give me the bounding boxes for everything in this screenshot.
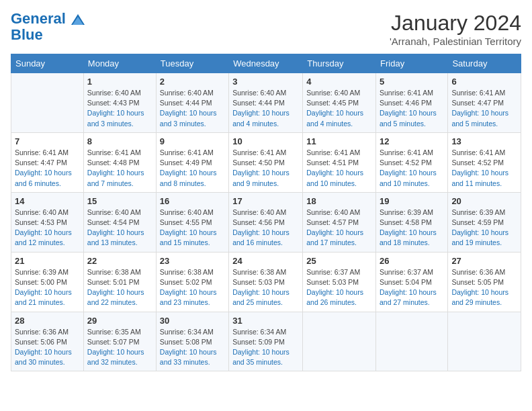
day-number: 11	[306, 136, 372, 146]
calendar-table: Sunday Monday Tuesday Wednesday Thursday…	[11, 54, 521, 371]
day-number: 6	[451, 77, 517, 87]
calendar-week-row: 7 Sunrise: 6:41 AM Sunset: 4:47 PM Dayli…	[11, 132, 521, 192]
daylight-text: Daylight: 10 hours and 27 minutes.	[380, 287, 444, 308]
day-number: 19	[380, 196, 444, 206]
day-number: 28	[15, 316, 80, 326]
daylight-text: Daylight: 10 hours and 23 minutes.	[160, 287, 225, 308]
table-row: 11 Sunrise: 6:41 AM Sunset: 4:51 PM Dayl…	[303, 132, 376, 192]
col-saturday: Saturday	[448, 54, 521, 73]
col-thursday: Thursday	[303, 54, 376, 73]
day-info: Sunrise: 6:39 AM Sunset: 4:58 PM Dayligh…	[380, 208, 444, 248]
table-row: 14 Sunrise: 6:40 AM Sunset: 4:53 PM Dayl…	[11, 192, 84, 252]
daylight-text: Daylight: 10 hours and 26 minutes.	[306, 287, 372, 308]
table-row: 10 Sunrise: 6:41 AM Sunset: 4:50 PM Dayl…	[229, 132, 303, 192]
sunrise-text: Sunrise: 6:37 AM	[380, 267, 444, 277]
daylight-text: Daylight: 10 hours and 21 minutes.	[15, 287, 80, 308]
sunrise-text: Sunrise: 6:40 AM	[306, 208, 372, 218]
sunrise-text: Sunrise: 6:38 AM	[232, 267, 299, 277]
day-info: Sunrise: 6:35 AM Sunset: 5:07 PM Dayligh…	[87, 327, 152, 368]
sunrise-text: Sunrise: 6:41 AM	[232, 148, 299, 158]
daylight-text: Daylight: 10 hours and 32 minutes.	[87, 347, 152, 367]
day-info: Sunrise: 6:41 AM Sunset: 4:52 PM Dayligh…	[380, 148, 444, 189]
table-row: 3 Sunrise: 6:40 AM Sunset: 4:44 PM Dayli…	[229, 73, 303, 133]
day-number: 18	[306, 196, 372, 206]
sunrise-text: Sunrise: 6:41 AM	[306, 148, 372, 158]
day-info: Sunrise: 6:38 AM Sunset: 5:01 PM Dayligh…	[87, 267, 152, 308]
table-row: 26 Sunrise: 6:37 AM Sunset: 5:04 PM Dayl…	[376, 252, 448, 312]
sunset-text: Sunset: 4:44 PM	[160, 98, 225, 108]
sunrise-text: Sunrise: 6:40 AM	[160, 208, 225, 218]
day-number: 2	[160, 77, 225, 87]
sunset-text: Sunset: 4:58 PM	[380, 218, 444, 228]
day-info: Sunrise: 6:41 AM Sunset: 4:47 PM Dayligh…	[15, 148, 80, 189]
logo-text-blue: Blue	[11, 27, 43, 43]
day-number: 20	[451, 196, 517, 206]
sunset-text: Sunset: 4:52 PM	[380, 158, 444, 168]
daylight-text: Daylight: 10 hours and 10 minutes.	[306, 168, 372, 188]
sunset-text: Sunset: 4:46 PM	[380, 98, 444, 108]
sunset-text: Sunset: 4:49 PM	[160, 158, 225, 168]
day-number: 23	[160, 256, 225, 266]
sunset-text: Sunset: 4:47 PM	[15, 158, 80, 168]
daylight-text: Daylight: 10 hours and 19 minutes.	[451, 228, 517, 248]
table-row	[303, 312, 376, 371]
day-number: 31	[232, 316, 299, 326]
day-number: 25	[306, 256, 372, 266]
day-info: Sunrise: 6:38 AM Sunset: 5:02 PM Dayligh…	[160, 267, 225, 308]
sunset-text: Sunset: 4:59 PM	[451, 218, 517, 228]
daylight-text: Daylight: 10 hours and 5 minutes.	[380, 108, 444, 128]
day-number: 9	[160, 136, 225, 146]
day-info: Sunrise: 6:40 AM Sunset: 4:45 PM Dayligh…	[306, 88, 372, 129]
daylight-text: Daylight: 10 hours and 3 minutes.	[160, 108, 225, 128]
table-row: 21 Sunrise: 6:39 AM Sunset: 5:00 PM Dayl…	[11, 252, 84, 312]
sunrise-text: Sunrise: 6:34 AM	[232, 327, 299, 337]
daylight-text: Daylight: 10 hours and 4 minutes.	[232, 108, 299, 128]
day-info: Sunrise: 6:41 AM Sunset: 4:50 PM Dayligh…	[232, 148, 299, 189]
table-row: 6 Sunrise: 6:41 AM Sunset: 4:47 PM Dayli…	[448, 73, 521, 133]
table-row: 19 Sunrise: 6:39 AM Sunset: 4:58 PM Dayl…	[376, 192, 448, 252]
daylight-text: Daylight: 10 hours and 7 minutes.	[87, 168, 152, 188]
sunset-text: Sunset: 5:04 PM	[380, 277, 444, 287]
sunrise-text: Sunrise: 6:39 AM	[451, 208, 517, 218]
day-number: 10	[232, 136, 299, 146]
table-row: 2 Sunrise: 6:40 AM Sunset: 4:44 PM Dayli…	[156, 73, 228, 133]
day-info: Sunrise: 6:41 AM Sunset: 4:52 PM Dayligh…	[451, 148, 517, 189]
daylight-text: Daylight: 10 hours and 4 minutes.	[306, 108, 372, 128]
sunrise-text: Sunrise: 6:41 AM	[380, 148, 444, 158]
daylight-text: Daylight: 10 hours and 29 minutes.	[451, 287, 517, 308]
day-number: 7	[15, 136, 80, 146]
sunrise-text: Sunrise: 6:40 AM	[87, 208, 152, 218]
calendar-week-row: 21 Sunrise: 6:39 AM Sunset: 5:00 PM Dayl…	[11, 252, 521, 312]
day-number: 12	[380, 136, 444, 146]
table-row: 24 Sunrise: 6:38 AM Sunset: 5:03 PM Dayl…	[229, 252, 303, 312]
table-row: 27 Sunrise: 6:36 AM Sunset: 5:05 PM Dayl…	[448, 252, 521, 312]
sunrise-text: Sunrise: 6:39 AM	[15, 267, 80, 277]
daylight-text: Daylight: 10 hours and 12 minutes.	[15, 228, 80, 248]
sunset-text: Sunset: 4:51 PM	[306, 158, 372, 168]
logo-icon	[71, 14, 85, 25]
calendar-week-row: 28 Sunrise: 6:36 AM Sunset: 5:06 PM Dayl…	[11, 312, 521, 371]
sunset-text: Sunset: 4:53 PM	[15, 218, 80, 228]
day-number: 22	[87, 256, 152, 266]
col-wednesday: Wednesday	[229, 54, 303, 73]
daylight-text: Daylight: 10 hours and 11 minutes.	[451, 168, 517, 188]
sunset-text: Sunset: 4:47 PM	[451, 98, 517, 108]
sunrise-text: Sunrise: 6:34 AM	[160, 327, 225, 337]
col-sunday: Sunday	[11, 54, 84, 73]
day-info: Sunrise: 6:39 AM Sunset: 5:00 PM Dayligh…	[15, 267, 80, 308]
sunset-text: Sunset: 5:03 PM	[232, 277, 299, 287]
sunset-text: Sunset: 5:09 PM	[232, 337, 299, 347]
daylight-text: Daylight: 10 hours and 13 minutes.	[87, 228, 152, 248]
day-number: 4	[306, 77, 372, 87]
sunrise-text: Sunrise: 6:41 AM	[15, 148, 80, 158]
day-info: Sunrise: 6:40 AM Sunset: 4:55 PM Dayligh…	[160, 208, 225, 248]
day-number: 21	[15, 256, 80, 266]
calendar-week-row: 1 Sunrise: 6:40 AM Sunset: 4:43 PM Dayli…	[11, 73, 521, 133]
day-info: Sunrise: 6:41 AM Sunset: 4:49 PM Dayligh…	[160, 148, 225, 189]
day-info: Sunrise: 6:36 AM Sunset: 5:05 PM Dayligh…	[451, 267, 517, 308]
table-row: 7 Sunrise: 6:41 AM Sunset: 4:47 PM Dayli…	[11, 132, 84, 192]
sunrise-text: Sunrise: 6:40 AM	[87, 88, 152, 98]
sunrise-text: Sunrise: 6:39 AM	[380, 208, 444, 218]
table-row	[448, 312, 521, 371]
day-number: 30	[160, 316, 225, 326]
